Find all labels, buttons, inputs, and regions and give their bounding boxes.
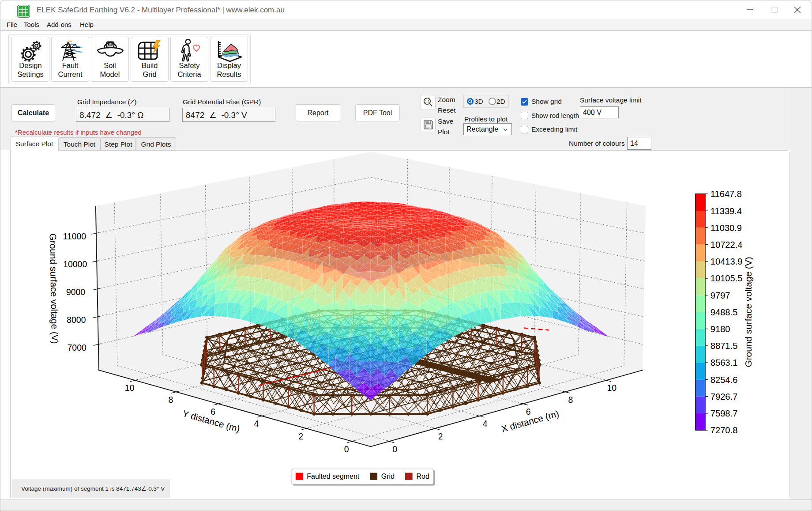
svg-text:0: 0: [392, 444, 397, 454]
svg-text:9000: 9000: [66, 287, 85, 297]
svg-text:11339.4: 11339.4: [710, 206, 742, 216]
svg-text:2: 2: [298, 432, 303, 441]
svg-text:11000: 11000: [63, 231, 86, 241]
svg-text:4: 4: [483, 419, 488, 428]
svg-text:10722.4: 10722.4: [710, 240, 743, 250]
svg-text:8000: 8000: [67, 315, 86, 325]
svg-text:10000: 10000: [63, 259, 87, 269]
svg-text:6: 6: [211, 407, 215, 416]
svg-text:8254.6: 8254.6: [710, 375, 738, 385]
svg-text:10: 10: [125, 383, 135, 393]
svg-text:4: 4: [254, 419, 259, 428]
svg-text:10: 10: [607, 383, 617, 393]
svg-text:7926.7: 7926.7: [710, 392, 738, 401]
svg-text:7270.8: 7270.8: [710, 425, 738, 435]
svg-text:Rod: Rod: [417, 473, 429, 480]
svg-text:Grid: Grid: [381, 473, 395, 480]
svg-text:8: 8: [568, 395, 573, 405]
svg-text:1:1: 1:1: [425, 100, 429, 103]
svg-text:11030.9: 11030.9: [710, 223, 742, 233]
svg-text:9488.5: 9488.5: [710, 307, 738, 317]
svg-text:Ground surface voltage (V): Ground surface voltage (V): [743, 257, 753, 367]
svg-text:9180: 9180: [710, 324, 730, 334]
svg-text:11647.8: 11647.8: [710, 189, 742, 199]
svg-text:9797: 9797: [710, 291, 730, 300]
svg-text:10105.5: 10105.5: [710, 273, 743, 283]
svg-text:7598.7: 7598.7: [710, 409, 738, 418]
svg-text:Faulted segment: Faulted segment: [307, 473, 360, 480]
svg-text:8563.1: 8563.1: [710, 358, 738, 367]
svg-text:Ground surface voltage (V): Ground surface voltage (V): [48, 233, 60, 344]
svg-text:0: 0: [344, 444, 349, 454]
svg-text:6: 6: [526, 407, 531, 416]
svg-text:2: 2: [438, 432, 443, 441]
svg-text:8: 8: [169, 395, 173, 405]
svg-text:7000: 7000: [68, 343, 86, 352]
svg-text:10413.9: 10413.9: [710, 257, 743, 266]
svg-text:8871.5: 8871.5: [710, 341, 738, 351]
